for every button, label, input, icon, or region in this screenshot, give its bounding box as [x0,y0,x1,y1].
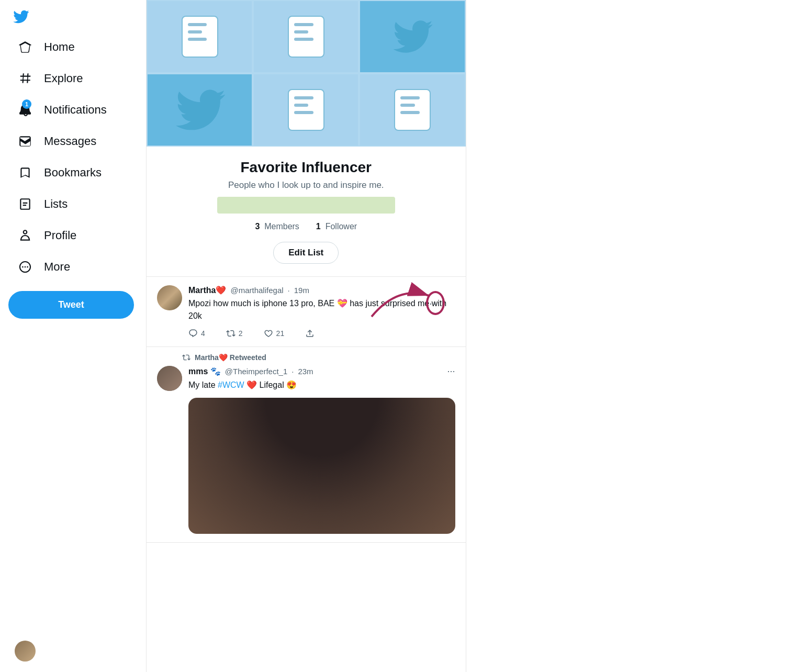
sidebar-item-home-label: Home [44,40,75,54]
retweet-body: mms 🐾 @Theimperfect_1 · 23m ··· My late … [157,366,455,534]
tweet-1-text: Mpozi how much is iphone 13 pro, BAE 💝 h… [188,297,455,322]
sidebar-item-notifications-label: Notifications [44,103,107,117]
tweet-row: Martha❤️ @marthalifegal · 19m Mpozi how … [147,277,466,347]
banner-cell-1 [147,0,253,73]
avatar-image [157,285,182,310]
more-options-circle: ··· [426,291,445,315]
followers-stat: 1 Follower [316,222,357,231]
doc-line-10 [400,104,415,107]
edit-list-button[interactable]: Edit List [273,242,339,264]
tweet-2-handle: @Theimperfect_1 [225,367,287,376]
retweet-icon [182,353,190,362]
list-banner [147,0,466,147]
list-description: People who I look up to and inspire me. [228,180,384,191]
doc-line-7 [294,104,309,107]
sidebar-user[interactable] [8,634,138,668]
tweet-1-author: Martha❤️ [188,285,226,295]
home-icon [17,39,33,55]
banner-cell-5 [253,73,359,147]
tweets-section: Martha❤️ @marthalifegal · 19m Mpozi how … [147,277,466,543]
list-title: Favorite Influencer [240,159,372,176]
doc-line-8 [294,111,313,114]
sidebar-item-explore-label: Explore [44,72,83,85]
twitter-logo[interactable] [8,4,33,29]
sidebar-item-bookmarks-label: Bookmarks [44,166,102,180]
members-label: Members [264,222,299,231]
main-content: Favorite Influencer People who I look up… [147,0,466,672]
bookmarks-icon [17,164,33,181]
tweet-1-author-name: Martha [188,286,216,295]
followers-count: 1 [316,222,321,231]
sidebar-item-profile[interactable]: Profile [8,221,138,250]
tweet-1-content: Martha❤️ @marthalifegal · 19m Mpozi how … [188,285,455,338]
banner-cell-6 [359,73,465,147]
banner-cell-3 [359,0,465,73]
sidebar-item-lists-label: Lists [44,197,68,211]
notifications-icon: 1 [17,102,33,118]
list-stats: 3 Members 1 Follower [255,222,357,231]
tweet-2-content: mms 🐾 @Theimperfect_1 · 23m ··· My late … [188,366,455,534]
sidebar-item-home[interactable]: Home [8,32,138,62]
list-info-section: Favorite Influencer People who I look up… [147,147,466,277]
doc-line-6 [294,96,313,99]
twitter-bird-icon-2 [174,84,226,136]
banner-cell-4 [147,73,253,147]
share-action[interactable] [305,329,315,338]
tweet-1-time: 19m [294,286,309,295]
tweet-1-header: Martha❤️ @marthalifegal · 19m [188,285,455,295]
sidebar-user-avatar [15,641,36,662]
sidebar-item-more-label: More [44,260,70,274]
doc-icon-1 [182,16,218,58]
sidebar-item-explore[interactable]: Explore [8,64,138,93]
retweet-header: Martha❤️ Retweeted [157,353,455,362]
doc-line-9 [400,96,420,99]
tweet-2-text: My late #WCW ❤️ Lifegal 😍 [188,379,455,391]
doc-line-2 [188,38,207,41]
followers-label: Follower [326,222,357,231]
doc-line-3 [294,23,313,26]
twitter-bird-icon-1 [391,16,433,58]
tweet-button[interactable]: Tweet [8,291,134,319]
doc-icon-4 [394,89,431,131]
tweet-2-avatar[interactable] [157,366,182,391]
sidebar-item-more[interactable]: More [8,252,138,282]
sidebar-item-bookmarks[interactable]: Bookmarks [8,158,138,187]
tweet-2-avatar-img [157,366,182,391]
retweet-row: Martha❤️ Retweeted mms 🐾 @Theimperfect_1… [147,347,466,543]
retweet-count: 2 [239,329,243,338]
reply-action[interactable]: 4 [188,329,205,338]
sidebar-item-notifications[interactable]: 1 Notifications [8,95,138,125]
sidebar-item-lists[interactable]: Lists [8,189,138,219]
doc-line-11 [400,111,420,114]
doc-line-4 [294,30,309,33]
doc-line-5 [294,38,313,41]
tweet-2-header: mms 🐾 @Theimperfect_1 · 23m ··· [188,366,455,377]
lists-icon [17,196,33,212]
messages-icon [17,133,33,150]
hair-detail [188,398,455,534]
tweet-1-handle: @marthalifegal [230,286,283,295]
tweet-1-more-button[interactable]: ··· [426,294,445,312]
tweet-1-dot: · [288,286,290,295]
explore-icon [17,70,33,87]
retweeted-by-name: Martha❤️ Retweeted [195,353,266,362]
like-action[interactable]: 21 [264,329,285,338]
retweet-action[interactable]: 2 [226,329,243,338]
doc-line [188,23,207,26]
like-count: 21 [276,329,285,338]
notification-badge: 1 [22,99,31,109]
doc-line-short [188,30,203,33]
sidebar-item-messages-label: Messages [44,135,96,148]
tweet-2-image [188,398,455,534]
sidebar-item-messages[interactable]: Messages [8,127,138,156]
tweet-1-more-area: ··· [436,285,455,304]
tweet-1-avatar[interactable] [157,285,182,310]
tweet-2-more-button[interactable]: ··· [447,366,455,377]
reply-count: 4 [201,329,205,338]
tweet-1-actions: 4 2 21 [188,329,455,338]
hashtag-wcw[interactable]: #WCW [218,380,244,389]
members-count: 3 [255,222,260,231]
sidebar: Home Explore 1 Notifications Messages [0,0,147,672]
doc-icon-2 [288,16,324,58]
list-owner-bar [217,197,395,214]
